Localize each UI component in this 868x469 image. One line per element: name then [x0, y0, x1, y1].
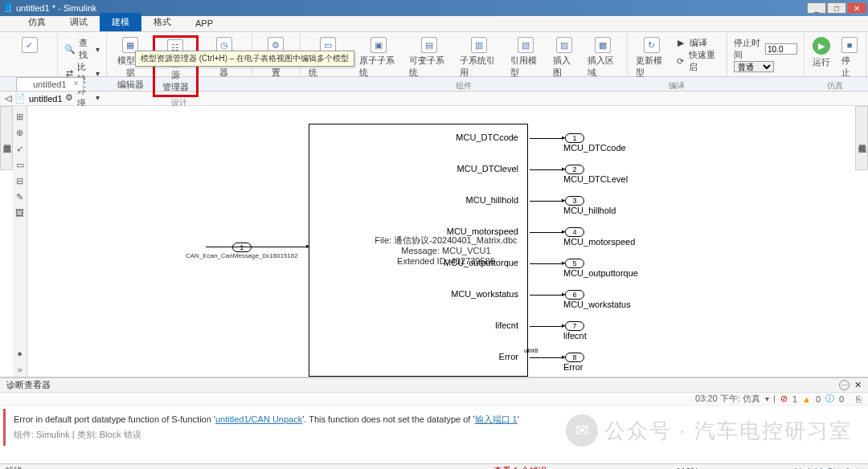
app-icon: 📘: [2, 2, 13, 14]
breadcrumb-root[interactable]: untitled1: [29, 94, 63, 104]
tab-format[interactable]: 格式: [141, 13, 183, 31]
outport-MCU_DTCLevel[interactable]: MCU_DTClevel2MCU_DTCLevel: [528, 165, 584, 174]
fast-restart-button[interactable]: ⟳快速重启: [675, 49, 719, 73]
diag-title: 诊断查看器: [6, 379, 51, 391]
status-solver[interactable]: VariableStepAuto: [795, 467, 863, 470]
window-title: untitled1 * - Simulink: [16, 3, 96, 13]
status-zoom[interactable]: 118%: [676, 467, 698, 470]
outport-label: MCU_workstatus: [563, 300, 631, 309]
tab-simulation[interactable]: 仿真: [16, 13, 58, 31]
outport-lifecnt[interactable]: lifecnt7lifecnt: [528, 321, 584, 331]
diag-filter-icon[interactable]: ⎘: [856, 394, 862, 404]
inport-label: CAN_Ecan_CanMessage_0x18015182: [186, 252, 298, 259]
record-icon[interactable]: ●: [13, 346, 27, 361]
outport-number: 6: [565, 290, 584, 300]
outport-label: MCU_outputtorque: [563, 268, 638, 278]
outport-label: MCU_hillhold: [563, 206, 616, 215]
signal-line-out[interactable]: [530, 295, 563, 296]
subref-icon: ▥: [471, 37, 487, 53]
status-bar: 就绪 查看 1 个错误 118% VariableStepAuto: [0, 463, 868, 469]
nav-back-icon[interactable]: ◁: [5, 93, 11, 104]
block-message: Message: MCU_VCU1: [375, 245, 517, 255]
diag-close-icon[interactable]: ✕: [854, 380, 862, 390]
signal-line-out[interactable]: [530, 232, 563, 233]
ref-model-button[interactable]: ▧引用模型: [506, 35, 547, 80]
outport-MCU_DTCcode[interactable]: MCU_DTCcode1MCU_DTCcode: [528, 133, 584, 143]
signal-line-out[interactable]: [530, 201, 563, 202]
tab-debug[interactable]: 调试: [58, 13, 100, 31]
model-browser-tab[interactable]: 模型浏览器: [0, 106, 13, 170]
nav-icon[interactable]: ➶: [13, 141, 27, 156]
outport-port-label: MCU_hillhold: [466, 195, 518, 205]
outport-MCU_workstatus[interactable]: MCU_workstatus6MCU_workstatus: [528, 290, 584, 300]
stop-button[interactable]: ■停止: [837, 35, 862, 80]
property-inspector-tab[interactable]: 属性检查器: [855, 106, 868, 170]
close-button[interactable]: ✕: [847, 2, 866, 14]
maximize-button[interactable]: □: [827, 2, 846, 14]
outport-port-label: lifecnt: [495, 320, 518, 330]
main-area: 模型浏览器 ⊞ ⊕ ➶ ▭ ⊟ ✎ 🖼 ● » 1 CAN_Ecan_CanMe…: [0, 106, 868, 377]
outport-number: 1: [565, 133, 584, 143]
outport-Error[interactable]: Error8Error: [528, 353, 584, 362]
canvas-toolbar: ⊞ ⊕ ➶ ▭ ⊟ ✎ 🖼 ● »: [13, 106, 27, 377]
signal-line-out[interactable]: [530, 357, 563, 358]
update-model-button[interactable]: ↻更新模型: [631, 35, 672, 80]
tab-app[interactable]: APP: [183, 15, 225, 31]
compile-button[interactable]: ▶编译: [675, 37, 719, 49]
stop-time-input[interactable]: [765, 43, 797, 55]
run-button[interactable]: ▶运行: [808, 35, 835, 80]
insert-area-button[interactable]: ▩插入区域: [583, 35, 624, 80]
check-icon: ✓: [22, 37, 38, 53]
outport-MCU_hillhold[interactable]: MCU_hillhold3MCU_hillhold: [528, 196, 584, 206]
signal-line-in[interactable]: [206, 247, 309, 247]
outport-number: 7: [565, 321, 584, 331]
outport-number: 8: [565, 353, 584, 362]
doc-tab-untitled1[interactable]: untitled1✕: [16, 77, 84, 91]
signal-line-out[interactable]: [530, 138, 563, 139]
outport-label: MCU_DTCcode: [563, 143, 626, 153]
inport-number: 1: [232, 243, 252, 252]
group-sim-label: 仿真: [808, 80, 862, 92]
outport-port-label: Error: [499, 352, 518, 361]
outport-port-label: MCU_workstatus: [451, 289, 518, 299]
outport-MCU_motorspeed[interactable]: MCU_motorspeed4MCU_motorspeed: [528, 227, 584, 237]
diag-link-block[interactable]: untitled1/CAN Unpack: [215, 414, 302, 424]
find-button[interactable]: 🔍查找 ▾: [64, 37, 100, 61]
expand-icon[interactable]: »: [13, 362, 27, 377]
outport-MCU_outputtorque[interactable]: MCU_outputtorque5MCU_outputtorque: [528, 259, 584, 268]
close-tab-icon[interactable]: ✕: [73, 80, 80, 88]
outport-port-label: MCU_DTCcode: [456, 133, 518, 142]
zoom-in-icon[interactable]: ⊕: [13, 125, 27, 140]
watermark-text: 公众号 · 汽车电控研习室: [604, 417, 852, 445]
signal-line-out[interactable]: [530, 326, 563, 327]
outport-number: 5: [565, 259, 584, 268]
tab-modeling[interactable]: 建模: [100, 13, 141, 31]
minimize-button[interactable]: _: [807, 2, 826, 14]
diag-settings-icon[interactable]: ⋯: [839, 380, 850, 390]
can-unpack-block[interactable]: File: 通信协议-20240401_Matrix.dbc Message: …: [309, 124, 528, 377]
signal-line-out[interactable]: [530, 263, 563, 264]
canvas[interactable]: 1 CAN_Ecan_CanMessage_0x18015182 CAN Msg…: [27, 106, 868, 377]
outport-label: MCU_motorspeed: [563, 237, 635, 247]
chart-icon: ▨: [556, 37, 572, 53]
outport-port-label: MCU_outputtorque: [444, 258, 518, 267]
stop-time-label: 停止时间: [734, 37, 762, 61]
model-advisor-button[interactable]: ✓评估和管理: [5, 35, 54, 80]
subsystem-ref-button[interactable]: ▥子系统引用: [455, 35, 504, 80]
atomic-subsystem-button[interactable]: ▣原子子系统: [354, 35, 403, 80]
inport-block[interactable]: 1 CAN_Ecan_CanMessage_0x18015182: [186, 243, 298, 259]
status-errors[interactable]: 查看 1 个错误: [493, 465, 547, 469]
fit-icon[interactable]: ▭: [13, 157, 27, 172]
stop-icon: ■: [841, 37, 858, 53]
annotate-icon[interactable]: ✎: [13, 190, 27, 204]
image-icon[interactable]: 🖼: [13, 206, 27, 220]
zoom-fit-icon[interactable]: ⊞: [13, 109, 27, 124]
signal-line-out[interactable]: [530, 169, 563, 170]
step-mode-select[interactable]: 普通: [734, 61, 774, 72]
insert-chart-button[interactable]: ▨插入图: [548, 35, 581, 80]
variant-subsystem-button[interactable]: ▤可变子系统: [404, 35, 453, 80]
diag-link-port[interactable]: 输入端口 1: [475, 414, 518, 424]
outport-number: 3: [565, 196, 584, 206]
zoom-out-icon[interactable]: ⊟: [13, 173, 27, 188]
find-icon: 🔍: [64, 43, 76, 55]
